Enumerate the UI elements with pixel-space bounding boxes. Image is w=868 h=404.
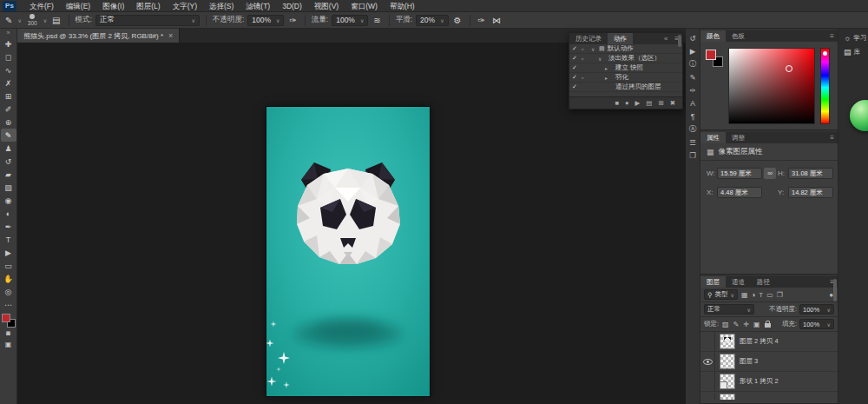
filter-smart-object-icon[interactable]: ❐ xyxy=(776,291,784,299)
filter-shape-icon[interactable]: ▭ xyxy=(766,291,774,299)
panel-menu-icon[interactable]: ≡ xyxy=(826,134,838,142)
action-dialog-toggle-icon[interactable]: ▫ xyxy=(582,56,589,62)
close-tab-icon[interactable]: × xyxy=(168,31,173,40)
action-row[interactable]: ✓ ▸ 建立 快照 xyxy=(569,63,682,73)
foreground-color-swatch[interactable] xyxy=(706,50,716,60)
menu-item[interactable]: 图层(L) xyxy=(130,0,166,12)
saturation-brightness-field[interactable] xyxy=(728,48,815,124)
shape-tool-icon[interactable]: ▭ xyxy=(1,259,16,272)
play-icon[interactable]: ▶ xyxy=(635,99,641,107)
paragraph-panel-icon[interactable]: ¶ xyxy=(687,110,700,123)
y-field[interactable]: 14.82 厘米 xyxy=(788,187,833,198)
action-check-icon[interactable]: ✓ xyxy=(572,83,579,90)
layer-thumbnail[interactable] xyxy=(720,374,735,389)
zoom-tool-icon[interactable]: ◎ xyxy=(1,285,16,298)
eyedropper-tool-icon[interactable]: ✐ xyxy=(1,103,16,116)
action-dialog-toggle-icon[interactable]: ▫ xyxy=(582,46,589,52)
filter-pixel-icon[interactable]: ▦ xyxy=(740,291,749,299)
hue-slider[interactable] xyxy=(820,48,830,124)
path-select-tool-icon[interactable]: ▶ xyxy=(1,246,16,259)
blur-tool-icon[interactable]: ◉ xyxy=(1,194,16,207)
smoothing-gear-icon[interactable]: ⚙ xyxy=(452,16,464,25)
layer-row[interactable] xyxy=(700,392,838,400)
layer-thumbnail[interactable] xyxy=(720,354,735,369)
clone-stamp-tool-icon[interactable]: ♟ xyxy=(1,142,16,155)
layer-visibility-toggle[interactable] xyxy=(700,332,715,352)
lock-all-icon[interactable] xyxy=(765,323,771,328)
lock-artboard-icon[interactable]: ▣ xyxy=(753,321,761,328)
filter-adjustment-icon[interactable]: ◑ xyxy=(750,291,756,299)
link-dimensions-icon[interactable]: ∞ xyxy=(764,168,776,179)
libraries-panel-button[interactable]: ▤ 库 xyxy=(838,43,868,56)
menu-item[interactable]: 3D(D) xyxy=(276,0,308,12)
layer-visibility-toggle[interactable] xyxy=(700,394,715,400)
tool-preset-caret-icon[interactable]: ∨ xyxy=(17,17,21,23)
menu-item[interactable]: 窗口(W) xyxy=(345,0,384,12)
new-action-icon[interactable]: ⊞ xyxy=(658,99,663,107)
brush-size-picker[interactable]: 300 xyxy=(25,14,40,26)
brush-picker-caret-icon[interactable]: ∨ xyxy=(43,17,47,23)
blend-mode-select[interactable]: 正常 ∨ xyxy=(95,15,200,26)
tab-channels[interactable]: 通道 xyxy=(726,276,751,288)
filter-type-icon[interactable]: T xyxy=(758,291,764,299)
history-brush-tool-icon[interactable]: ↺ xyxy=(1,155,16,168)
quick-mask-icon[interactable]: ◙ xyxy=(1,328,16,339)
canvas[interactable] xyxy=(266,107,430,396)
healing-brush-tool-icon[interactable]: ⊕ xyxy=(1,116,16,129)
tab-layers[interactable]: 图层 xyxy=(700,276,726,288)
width-field[interactable]: 15.59 厘米 xyxy=(717,168,762,179)
tab-properties[interactable]: 属性 xyxy=(700,132,726,143)
dodge-tool-icon[interactable]: ◐ xyxy=(1,207,16,220)
action-check-icon[interactable]: ✓ xyxy=(572,45,579,52)
layer-row[interactable]: 图层 2 拷贝 4 xyxy=(700,332,838,352)
lock-pixels-icon[interactable]: ✎ xyxy=(733,321,740,328)
layer-blend-mode-select[interactable]: 正常 ∨ xyxy=(704,304,754,315)
action-row[interactable]: ✓ ▫ ▸ 羽化 xyxy=(569,73,682,83)
character-styles-panel-icon[interactable]: Ⓐ xyxy=(687,123,700,136)
eraser-tool-icon[interactable]: ▰ xyxy=(1,168,16,181)
action-expander-icon[interactable]: ∨ xyxy=(598,56,603,62)
color-picker-ring[interactable] xyxy=(786,65,792,72)
x-field[interactable]: 4.48 厘米 xyxy=(717,187,762,198)
brush-settings-panel-icon[interactable]: ✎ xyxy=(687,71,700,83)
pen-tool-icon[interactable]: ✒ xyxy=(1,220,16,233)
menu-item[interactable]: 滤镜(T) xyxy=(240,0,276,12)
layers-scrollbar[interactable] xyxy=(833,279,837,301)
libraries-panel-icon[interactable]: ❐ xyxy=(687,149,700,162)
record-icon[interactable]: ● xyxy=(625,99,629,107)
layer-row[interactable]: 图层 3 xyxy=(700,352,838,372)
smoothing-select[interactable]: 20% ∨ xyxy=(416,15,448,26)
layer-thumbnail[interactable] xyxy=(720,394,735,400)
document-tab[interactable]: 熊猫头.psd @ 33.3% (图层 2 拷贝, RGB/8#) * × xyxy=(17,29,180,43)
action-check-icon[interactable]: ✓ xyxy=(572,55,579,62)
foreground-color-swatch[interactable] xyxy=(2,314,10,322)
actions-panel-icon[interactable]: ▶ xyxy=(687,45,700,57)
airbrush-icon[interactable]: ≋ xyxy=(372,16,382,25)
gradient-tool-icon[interactable]: ▨ xyxy=(1,181,16,194)
layer-filter-type-select[interactable]: ⚲ 类型 ∨ xyxy=(704,289,738,300)
tab-color[interactable]: 颜色 xyxy=(700,30,726,42)
tab-history[interactable]: 历史记录 xyxy=(569,33,608,44)
brushes-panel-icon[interactable]: ✑ xyxy=(687,84,700,96)
learn-panel-button[interactable]: ☼ 学习 xyxy=(838,29,868,43)
action-row[interactable]: ✓ ▫ ∨ ▤ 默认动作 xyxy=(569,44,682,54)
tab-actions[interactable]: 动作 xyxy=(608,33,633,44)
brush-tool-preset-icon[interactable]: ✎ xyxy=(3,16,14,25)
panel-menu-icon[interactable]: ≡ xyxy=(826,32,838,40)
action-row[interactable]: ✓ 通过拷贝的图层 xyxy=(569,83,682,92)
tab-paths[interactable]: 路径 xyxy=(751,276,776,288)
paragraph-styles-panel-icon[interactable]: ☰ xyxy=(687,136,700,149)
hue-slider-marker[interactable] xyxy=(823,51,827,56)
character-panel-icon[interactable]: A xyxy=(687,97,700,109)
hand-tool-icon[interactable]: ✋ xyxy=(1,272,16,285)
layer-thumbnail[interactable] xyxy=(720,334,735,349)
menu-item[interactable]: 图像(I) xyxy=(96,0,130,12)
paint-symmetry-icon[interactable]: ⋈ xyxy=(490,16,503,25)
lasso-tool-icon[interactable]: ∿ xyxy=(1,63,16,76)
color-swatch-pair[interactable] xyxy=(706,50,723,67)
marquee-tool-icon[interactable]: ◻ xyxy=(1,50,16,63)
layer-row[interactable]: 形状 1 拷贝 2 xyxy=(700,372,838,392)
opacity-pressure-icon[interactable]: ✑ xyxy=(287,16,298,25)
action-expander-icon[interactable]: ▸ xyxy=(605,75,610,81)
color-swatch-pair[interactable] xyxy=(2,314,16,328)
